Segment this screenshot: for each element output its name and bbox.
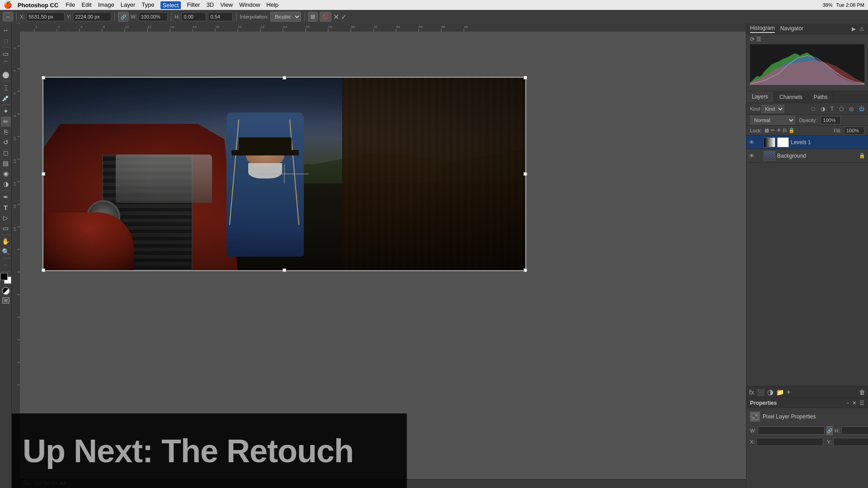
add-mask-btn[interactable]: ⬛ xyxy=(757,389,764,396)
menu-filter[interactable]: Filter xyxy=(187,1,200,9)
gradient-tool[interactable]: ▤ xyxy=(1,158,11,168)
props-h-field[interactable] xyxy=(841,427,868,435)
move-tool[interactable]: ↔ xyxy=(1,25,11,35)
hand-tool[interactable]: ✋ xyxy=(1,236,11,246)
filter-pixel-btn[interactable]: □ xyxy=(810,105,816,113)
blend-mode-select[interactable]: Normal xyxy=(750,116,795,125)
lock-position-btn[interactable]: ✛ xyxy=(777,127,781,133)
history-brush-tool[interactable]: ↺ xyxy=(1,137,11,147)
lock-image-btn[interactable]: ✏ xyxy=(771,127,775,133)
layer-eye-background[interactable]: 👁 xyxy=(749,153,755,159)
transform-handle-bot-mid[interactable] xyxy=(283,268,286,272)
constrain-btn[interactable]: 🔗 xyxy=(118,12,129,22)
menu-3d[interactable]: 3D xyxy=(207,1,214,9)
lock-all-btn[interactable]: 🔒 xyxy=(788,127,795,133)
props-y-field[interactable] xyxy=(833,438,868,446)
add-group-btn[interactable]: 📁 xyxy=(776,389,784,396)
crop-tool[interactable]: ⌶ xyxy=(1,83,11,93)
menu-window[interactable]: Window xyxy=(239,1,260,9)
properties-collapse-btn[interactable]: − xyxy=(846,400,849,406)
menu-layer[interactable]: Layer xyxy=(121,1,136,9)
x-field[interactable] xyxy=(26,12,65,21)
menu-view[interactable]: View xyxy=(220,1,233,9)
eyedropper-tool[interactable]: 💉 xyxy=(1,93,11,103)
zoom-tool[interactable]: 🔍 xyxy=(1,247,11,257)
healing-brush-tool[interactable]: ✦ xyxy=(1,106,11,116)
y-field[interactable] xyxy=(73,12,111,21)
props-x-field[interactable] xyxy=(756,438,823,446)
type-tool[interactable]: T xyxy=(1,202,11,212)
foreground-color[interactable] xyxy=(0,273,8,280)
layer-item-background[interactable]: 👁 Background 🔒 xyxy=(746,149,868,163)
tab-channels[interactable]: Channels xyxy=(774,91,808,103)
main-canvas-image[interactable] xyxy=(42,77,526,271)
apple-icon[interactable]: 🍎 xyxy=(4,1,12,9)
dodge-tool[interactable]: ◑ xyxy=(1,179,11,189)
blur-tool[interactable]: ◉ xyxy=(1,169,11,178)
transform-handle-top-mid[interactable] xyxy=(283,76,286,80)
histogram-play-btn[interactable]: ▶ xyxy=(852,26,856,32)
lasso-tool[interactable]: ⌒ xyxy=(1,59,11,69)
filter-toggle-btn[interactable]: ⏻ xyxy=(857,105,866,113)
transform-handle-bot-right[interactable] xyxy=(524,268,527,272)
hist-refresh-btn[interactable]: ⟳ xyxy=(750,36,755,42)
rectangular-marquee-tool[interactable]: ▭ xyxy=(1,49,11,59)
stamp-tool[interactable]: ⎘ xyxy=(1,127,11,137)
menu-image[interactable]: Image xyxy=(98,1,114,9)
properties-menu-btn[interactable]: ☰ xyxy=(859,400,864,406)
filter-smart-btn[interactable]: ◎ xyxy=(847,105,855,113)
v-field[interactable] xyxy=(208,12,233,21)
extra-tools[interactable]: ··· xyxy=(1,260,11,270)
lock-transparent-btn[interactable]: ▦ xyxy=(764,127,769,133)
filter-type-btn[interactable]: T xyxy=(829,105,835,113)
transform-handle-top-left[interactable] xyxy=(42,76,45,80)
delete-layer-btn[interactable]: 🗑 xyxy=(859,389,865,396)
menu-select[interactable]: Select xyxy=(160,1,180,9)
filter-adjust-btn[interactable]: ◑ xyxy=(819,105,827,113)
quick-select-tool[interactable]: ⬤ xyxy=(1,70,11,80)
transform-handle-mid-left[interactable] xyxy=(42,172,45,176)
kind-select[interactable]: Kind xyxy=(761,105,784,113)
opacity-field[interactable] xyxy=(821,116,841,124)
w-field[interactable] xyxy=(138,12,168,21)
tab-histogram[interactable]: Histogram xyxy=(750,25,775,33)
filter-shape-btn[interactable]: ⬠ xyxy=(837,105,845,113)
pen-tool[interactable]: ✒ xyxy=(1,192,11,202)
add-style-btn[interactable]: fx xyxy=(749,389,754,396)
transform-handle-top-right[interactable] xyxy=(524,76,527,80)
confirm-icon[interactable]: ✓ xyxy=(341,13,347,21)
props-link-wh-btn[interactable]: 🔗 xyxy=(826,426,833,435)
add-adjustment-btn[interactable]: ◑ xyxy=(767,388,774,396)
transform-handle-bot-left[interactable] xyxy=(42,268,45,272)
color-swatch[interactable] xyxy=(0,273,11,284)
interpolation-select[interactable]: Bicubic xyxy=(270,12,301,22)
path-select-tool[interactable]: ▷ xyxy=(1,213,11,223)
fill-field[interactable] xyxy=(844,127,864,135)
cancel-transform-btn[interactable]: 🚫 xyxy=(320,12,331,22)
lock-artboard-btn[interactable]: ⊟ xyxy=(783,127,787,133)
tool-icon-btn[interactable]: ↔ xyxy=(3,12,13,22)
artboard-tool[interactable]: ⬚ xyxy=(1,36,11,46)
tab-layers[interactable]: Layers xyxy=(746,91,774,103)
props-w-field[interactable] xyxy=(758,427,825,435)
menu-help[interactable]: Help xyxy=(266,1,278,9)
tab-navigator[interactable]: Navigator xyxy=(780,25,803,33)
layer-name-background[interactable]: Background xyxy=(777,153,857,159)
transform-handle-mid-right[interactable] xyxy=(524,172,527,176)
eraser-tool[interactable]: ◻ xyxy=(1,148,11,158)
tab-paths[interactable]: Paths xyxy=(808,91,834,103)
menu-edit[interactable]: Edit xyxy=(81,1,91,9)
menu-type[interactable]: Type xyxy=(142,1,154,9)
layer-item-levels1[interactable]: 👁 Levels 1 xyxy=(746,136,868,149)
layer-eye-levels1[interactable]: 👁 xyxy=(749,139,755,145)
h-field[interactable] xyxy=(181,12,206,21)
layer-name-levels1[interactable]: Levels 1 xyxy=(791,139,865,145)
brush-tool[interactable]: ✏ xyxy=(1,117,11,127)
properties-close-btn[interactable]: ✕ xyxy=(852,400,857,406)
quick-mask-btn[interactable] xyxy=(2,287,10,295)
hist-options-btn[interactable]: ☰ xyxy=(756,36,761,42)
shape-tool[interactable]: ▭ xyxy=(1,223,11,233)
add-layer-btn[interactable]: + xyxy=(787,388,791,396)
screen-mode-btn[interactable] xyxy=(2,297,9,304)
warp-btn[interactable]: ⊞ xyxy=(308,12,318,22)
